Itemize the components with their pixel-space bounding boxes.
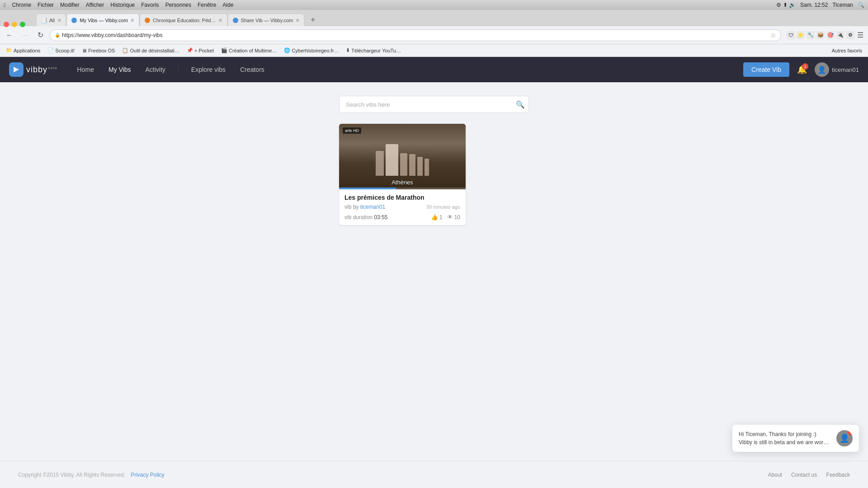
eye-icon: 👁 xyxy=(447,214,453,221)
tab-chronique[interactable]: Chronique Éducation: Péd… × xyxy=(140,14,227,26)
figure-6 xyxy=(425,159,429,176)
bookmark-label: + Pocket xyxy=(194,48,214,53)
mac-menu-favoris[interactable]: Favoris xyxy=(141,2,159,8)
mac-menu-afficher[interactable]: Afficher xyxy=(86,2,104,8)
extension-bar: 🛡 ⭐ 🔧 📦 🎯 🔌 ⚙ ☰ xyxy=(787,31,864,39)
nav-my-vibs[interactable]: My Vibs xyxy=(102,62,137,77)
vib-thumbnail: arte HD Athènes xyxy=(339,124,466,189)
footer-contact-link[interactable]: Contact us xyxy=(791,472,817,478)
ext-icon-4[interactable]: 📦 xyxy=(816,31,825,39)
mac-menu-aide[interactable]: Aide xyxy=(222,2,233,8)
mac-username: Ticeman xyxy=(832,2,853,8)
main-nav: vibbybeta Home My Vibs Activity Explore … xyxy=(0,57,868,82)
bookmark-scoopIt[interactable]: 📄 Scoop.it! xyxy=(45,47,77,54)
logo-wrap[interactable]: vibbybeta xyxy=(9,62,57,77)
nav-home[interactable]: Home xyxy=(71,62,100,77)
mac-menu-fenetre[interactable]: Fenêtre xyxy=(198,2,216,8)
bookmark-pocket[interactable]: 📌 + Pocket xyxy=(184,47,216,54)
more-bookmarks-button[interactable]: Autres favoris xyxy=(830,47,864,54)
bookmark-uninstall[interactable]: 📋 Outil de désinstallati… xyxy=(120,47,181,54)
tab-share-vib[interactable]: Share Vib — Vibby.com × xyxy=(228,14,305,26)
tab-title-all: All xyxy=(49,18,55,23)
nav-explore-vibs[interactable]: Explore vibs xyxy=(185,62,232,77)
mac-search-icon[interactable]: 🔍 xyxy=(858,2,864,8)
reload-button[interactable]: ↻ xyxy=(34,29,46,41)
create-vib-button[interactable]: Create Vib xyxy=(743,62,789,77)
mac-menu-historique[interactable]: Historique xyxy=(110,2,135,8)
vib-author: vib by ticeman01 xyxy=(344,204,385,210)
footer-feedback-link[interactable]: Feedback xyxy=(826,472,850,478)
bookmark-label: Scoop.it! xyxy=(55,48,75,53)
vib-stats: 👍 1 👁 10 xyxy=(431,214,460,221)
tab-close-my-vibs[interactable]: × xyxy=(131,17,134,23)
scene-figures xyxy=(339,144,466,176)
nav-creators[interactable]: Creators xyxy=(234,62,271,77)
forward-button[interactable]: → xyxy=(19,29,31,41)
bookmark-star-icon[interactable]: ☆ xyxy=(770,32,776,39)
back-button[interactable]: ← xyxy=(4,29,15,41)
search-input[interactable] xyxy=(339,96,529,113)
vib-views-count: 10 xyxy=(454,214,460,221)
chat-line-2: Vibby is still in beta and we are wor… xyxy=(739,439,829,446)
privacy-policy-link[interactable]: Privacy Policy xyxy=(131,472,165,478)
notification-bell[interactable]: 🔔 1 xyxy=(795,62,809,77)
tab-close-share-vib[interactable]: × xyxy=(296,17,299,23)
ext-icon-3[interactable]: 🔧 xyxy=(807,31,815,39)
bookmark-cyberhistoire[interactable]: 🌐 Cyberhistoiregeo.fr… xyxy=(282,47,341,54)
vib-duration: vib duration 03:55 xyxy=(344,214,387,221)
url-text[interactable]: https://www.vibby.com/dashboard/my-vibs xyxy=(62,32,769,38)
footer-left: Copyright ©2015 Vibby. All Rights Reserv… xyxy=(18,472,165,478)
hamburger-menu-button[interactable]: ☰ xyxy=(856,31,864,39)
page-content: 🔍 arte HD Athènes xyxy=(0,82,868,461)
svg-marker-0 xyxy=(14,67,19,72)
bookmarks-bar: 📁 Applications 📄 Scoop.it! 🖥 Freebox OS … xyxy=(0,44,868,57)
url-bar: ← → ↻ 🔒 https://www.vibby.com/dashboard/… xyxy=(0,26,868,44)
vib-card[interactable]: arte HD Athènes Les prémices de Marathon… xyxy=(339,124,466,225)
vib-likes-count: 1 xyxy=(439,214,443,221)
close-window-button[interactable] xyxy=(4,22,9,27)
bookmark-creation[interactable]: 🎬 Création of Multime… xyxy=(219,47,279,54)
ext-icon-7[interactable]: ⚙ xyxy=(846,31,854,39)
user-avatar-wrap[interactable]: 👤 ticeman01 xyxy=(815,62,859,77)
video-icon: 🎬 xyxy=(221,47,227,53)
apple-icon[interactable]:  xyxy=(4,2,5,8)
chrome-app-name[interactable]: Chrome xyxy=(12,2,31,8)
mac-menu-personnes[interactable]: Personnes xyxy=(165,2,191,8)
ext-icon-2[interactable]: ⭐ xyxy=(797,31,805,39)
search-button[interactable]: 🔍 xyxy=(512,96,529,113)
vib-info: Les prémices de Marathon vib by ticeman0… xyxy=(339,189,466,225)
notification-badge: 1 xyxy=(802,63,808,70)
vib-likes-stat: 👍 1 xyxy=(431,214,443,221)
ext-icon-5[interactable]: 🎯 xyxy=(826,31,835,39)
tab-my-vibs[interactable]: My Vibs — Vibby.com × xyxy=(66,14,139,26)
url-input-wrap[interactable]: 🔒 https://www.vibby.com/dashboard/my-vib… xyxy=(50,29,781,41)
tab-all[interactable]: 📑 All × xyxy=(36,14,66,26)
bookmark-label: Téléchargeur YouTu… xyxy=(351,48,401,53)
maximize-window-button[interactable] xyxy=(20,22,25,27)
download-icon: ⬇ xyxy=(346,47,350,53)
globe-icon: 🌐 xyxy=(284,47,290,53)
bookmark-label: Cyberhistoiregeo.fr… xyxy=(292,48,339,53)
vib-meta: vib by ticeman01 30 minutes ago xyxy=(344,204,460,210)
chat-widget[interactable]: Hi Ticeman, Thanks for joining :) Vibby … xyxy=(732,425,859,452)
vib-author-link[interactable]: ticeman01 xyxy=(360,204,385,210)
mac-datetime: Sam. 12:52 xyxy=(800,2,828,8)
mac-menu-modifier[interactable]: Modifier xyxy=(60,2,80,8)
ext-icon-6[interactable]: 🔌 xyxy=(836,31,844,39)
bookmark-youtube-dl[interactable]: ⬇ Téléchargeur YouTu… xyxy=(344,47,403,54)
tab-favicon: 📑 xyxy=(41,18,47,23)
minimize-window-button[interactable] xyxy=(12,22,17,27)
tab-close-chronique[interactable]: × xyxy=(218,17,222,23)
ext-icon-1[interactable]: 🛡 xyxy=(787,31,795,39)
nav-activity[interactable]: Activity xyxy=(139,62,172,77)
vib-title: Les prémices de Marathon xyxy=(344,194,460,201)
new-tab-button[interactable]: + xyxy=(307,14,319,26)
vib-progress-bar xyxy=(339,188,466,189)
chat-notification-badge: 1 xyxy=(848,430,853,435)
page-footer: Copyright ©2015 Vibby. All Rights Reserv… xyxy=(0,461,868,488)
mac-menu-fichier[interactable]: Fichier xyxy=(38,2,54,8)
tab-close-all[interactable]: × xyxy=(57,17,61,23)
bookmark-applications[interactable]: 📁 Applications xyxy=(4,47,42,54)
footer-about-link[interactable]: About xyxy=(768,472,782,478)
bookmark-freebox[interactable]: 🖥 Freebox OS xyxy=(80,47,117,54)
